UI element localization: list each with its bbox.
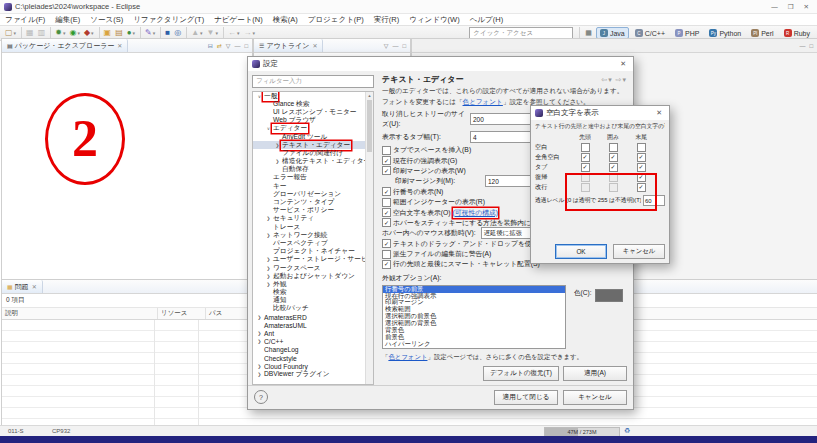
tab-close-icon[interactable]: ✕ <box>32 283 37 290</box>
tree-item[interactable]: 検索 <box>253 289 366 297</box>
tree-item[interactable]: ❯セキュリティ <box>253 215 366 223</box>
menu-item[interactable]: ヘルプ(H) <box>465 15 508 25</box>
minimize-view-icon[interactable]: — <box>234 43 240 49</box>
dialog-close-icon[interactable]: ✕ <box>617 60 629 68</box>
menu-item[interactable]: 検索(A) <box>268 15 303 25</box>
tree-collapsed-arrow[interactable]: ❯ <box>265 282 272 287</box>
tab-close-icon[interactable]: ✕ <box>312 42 317 49</box>
maximize-view-icon[interactable]: □ <box>402 43 406 49</box>
restore-defaults-button[interactable]: デフォルトの復元(T) <box>483 366 559 381</box>
menu-item[interactable]: ソース(S) <box>85 15 128 25</box>
dialog-close-icon[interactable]: ✕ <box>653 109 665 117</box>
problems-column-header[interactable]: 説明 <box>2 308 158 319</box>
minimize-view-icon[interactable]: — <box>392 43 398 49</box>
checkbox[interactable]: ✓ <box>609 153 618 162</box>
close-button[interactable]: ✕ <box>804 3 809 11</box>
tree-collapsed-arrow[interactable]: ❯ <box>274 159 281 164</box>
column-divider[interactable] <box>154 320 155 426</box>
tree-item[interactable]: ❯外観 <box>253 280 366 288</box>
colors-fonts-link[interactable]: 色とフォント <box>463 98 503 105</box>
checkbox[interactable]: ✓ <box>637 163 646 172</box>
cancel-button[interactable]: キャンセル <box>563 390 627 405</box>
menu-item[interactable]: ウィンドウ(W) <box>404 15 464 25</box>
menu-item[interactable]: 編集(E) <box>50 15 85 25</box>
checkbox[interactable]: ✓ <box>382 218 391 227</box>
tree-item[interactable]: ❯C/C++ <box>253 338 366 346</box>
view-menu-icon[interactable]: ▽ <box>384 42 389 49</box>
menu-item[interactable]: ファイル(F) <box>0 15 50 25</box>
tree-collapsed-arrow[interactable]: ❯ <box>274 143 281 148</box>
text-field[interactable]: 200 <box>470 113 534 125</box>
tab-package-explorer[interactable]: ▤ パッケージ・エクスプローラー ✕ <box>2 39 128 52</box>
checkbox[interactable] <box>382 250 391 259</box>
apply-and-close-button[interactable]: 適用して閉じる <box>494 390 558 405</box>
apply-button[interactable]: 適用(A) <box>563 366 627 381</box>
checkbox[interactable] <box>581 143 590 152</box>
tree-expanded-arrow[interactable]: ∨ <box>256 94 263 99</box>
tab-close-icon[interactable]: ✕ <box>117 42 122 49</box>
checkbox[interactable]: ✓ <box>637 183 646 192</box>
checkbox[interactable] <box>382 198 391 207</box>
page-nav-arrows[interactable]: ⇦▾ ⇨▾ <box>601 76 627 84</box>
appearance-option[interactable]: 選択範囲の背景色 <box>383 320 565 327</box>
configure-visibility-link[interactable]: (可視性の構成) <box>453 208 498 218</box>
tree-item[interactable]: ❯Ant <box>253 329 366 337</box>
column-divider[interactable] <box>198 320 199 426</box>
text-field[interactable]: 4 <box>470 131 534 143</box>
ok-button[interactable]: OK <box>555 244 607 259</box>
tree-scrollbar[interactable]: ▲ <box>365 92 373 384</box>
tree-item[interactable]: ❯起動およびシャットダウン <box>253 272 366 280</box>
tree-item[interactable]: Web ブラウザ <box>253 117 366 125</box>
tree-expanded-arrow[interactable]: ∨ <box>265 126 272 131</box>
tab-problems[interactable]: ▦ 問題 ✕ <box>2 280 43 293</box>
menu-item[interactable]: ナビゲート(N) <box>209 15 268 25</box>
maximize-button[interactable]: ❐ <box>788 3 794 11</box>
menu-item[interactable]: リファクタリング(T) <box>128 15 209 25</box>
link-with-editor-icon[interactable]: ⇄ <box>217 42 222 49</box>
scroll-up-icon[interactable]: ▲ <box>366 92 373 99</box>
filter-input[interactable]: フィルター入力 <box>252 75 374 88</box>
tree-collapsed-arrow[interactable]: ❯ <box>256 372 263 377</box>
maximize-view-icon[interactable]: □ <box>809 43 813 49</box>
tree-collapsed-arrow[interactable]: ❯ <box>265 266 272 271</box>
collapse-all-icon[interactable]: ⊟ <box>208 42 213 49</box>
tree-collapsed-arrow[interactable]: ❯ <box>265 257 272 262</box>
checkbox[interactable]: ✓ <box>637 153 646 162</box>
open-perspective-icon[interactable]: ▦ <box>585 29 592 37</box>
checkbox[interactable]: ✓ <box>382 156 391 165</box>
scrollbar-thumb[interactable] <box>367 100 372 152</box>
checkbox[interactable] <box>637 143 646 152</box>
minimize-view-icon[interactable]: — <box>799 43 805 49</box>
tree-item[interactable]: Checkstyle <box>253 354 366 362</box>
checkbox[interactable]: ✓ <box>382 239 391 248</box>
checkbox[interactable]: ✓ <box>382 166 391 175</box>
checkbox[interactable] <box>609 143 618 152</box>
tree-collapsed-arrow[interactable]: ❯ <box>256 339 263 344</box>
tree-collapsed-arrow[interactable]: ❯ <box>265 274 272 279</box>
colors-fonts-link[interactable]: 色とフォント <box>388 353 427 360</box>
tree-collapsed-arrow[interactable]: ❯ <box>256 364 263 369</box>
tree-item[interactable]: 比較/パッチ <box>253 305 366 313</box>
help-button[interactable]: ? <box>254 390 268 404</box>
tab-outline[interactable]: ☰ アウトライン ✕ <box>254 39 323 52</box>
tree-item[interactable]: ❯DBViewer プラグイン <box>253 370 366 378</box>
tree-item[interactable]: AmaterasUML <box>253 321 366 329</box>
checkbox[interactable]: ✓ <box>609 163 618 172</box>
tree-item[interactable]: ❯AmaterasERD <box>253 313 366 321</box>
garbage-collect-icon[interactable]: ♻ <box>624 427 630 435</box>
tree-collapsed-arrow[interactable]: ❯ <box>256 315 263 320</box>
tree-collapsed-arrow[interactable]: ❯ <box>256 331 263 336</box>
checkbox[interactable]: ✓ <box>382 208 391 217</box>
cancel-button[interactable]: キャンセル <box>613 244 665 259</box>
transparency-field[interactable]: 60 <box>643 195 665 206</box>
checkbox[interactable]: ✓ <box>382 260 391 269</box>
minimize-button[interactable]: — <box>771 3 778 11</box>
menu-item[interactable]: プロジェクト(P) <box>303 15 369 25</box>
tree-collapsed-arrow[interactable]: ❯ <box>265 233 272 238</box>
tree-collapsed-arrow[interactable]: ❯ <box>265 216 272 221</box>
view-menu-icon[interactable]: ▽ <box>226 42 231 49</box>
checkbox[interactable]: ✓ <box>581 153 590 162</box>
checkbox[interactable]: ✓ <box>581 163 590 172</box>
tree-item[interactable]: エラー報告 <box>253 174 366 182</box>
appearance-option[interactable]: ハイパーリンク <box>383 341 565 348</box>
